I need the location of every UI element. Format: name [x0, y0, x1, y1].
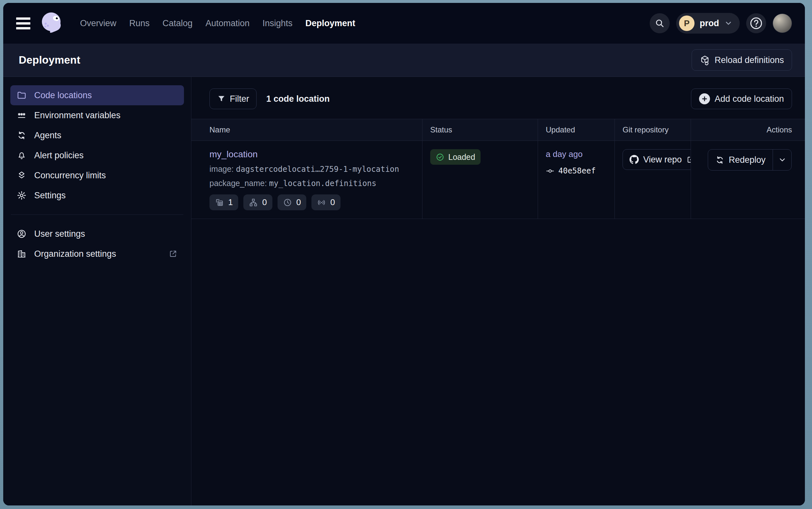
chevron-down-icon	[724, 19, 733, 28]
assets-count: 1	[228, 197, 233, 207]
sidebar-item-agents[interactable]: Agents	[10, 125, 184, 145]
search-icon	[655, 18, 665, 28]
building-icon	[17, 249, 27, 259]
sidebar-item-label: Alert policies	[34, 150, 83, 161]
sensors-count: 0	[330, 197, 335, 207]
updated-time-link[interactable]: a day ago	[546, 149, 583, 159]
deployment-name: prod	[700, 19, 719, 28]
image-label: image:	[210, 164, 234, 173]
reload-definitions-button[interactable]: Reload definitions	[692, 49, 792, 71]
jobs-icon	[249, 198, 258, 207]
page-title: Deployment	[19, 54, 80, 66]
nav-runs[interactable]: Runs	[130, 19, 150, 28]
image-line: image: dagstercodelocati…2759-1-mylocati…	[210, 164, 414, 174]
schedules-count-badge[interactable]: 0	[278, 195, 306, 210]
top-nav: Overview Runs Catalog Automation Insight…	[3, 3, 805, 44]
nav-insights[interactable]: Insights	[262, 19, 292, 28]
deployment-avatar: P	[679, 15, 695, 31]
search-button[interactable]	[650, 13, 670, 33]
image-value: dagstercodelocati…2759-1-mylocation	[236, 165, 399, 174]
assets-count-badge[interactable]: 1	[210, 195, 238, 210]
sidebar: Code locations Environment variables	[3, 77, 191, 505]
sidebar-item-label: Settings	[34, 191, 66, 201]
jobs-count-badge[interactable]: 0	[243, 195, 272, 210]
git-repository-cell: View repo	[615, 141, 691, 219]
user-avatar[interactable]	[773, 13, 792, 33]
sidebar-item-label: User settings	[34, 229, 85, 239]
jobs-count: 0	[262, 197, 267, 207]
sidebar-item-environment-variables[interactable]: Environment variables	[10, 105, 184, 125]
column-header-actions: Actions	[691, 119, 805, 140]
bell-icon	[17, 150, 27, 160]
package-line: package_name: my_location.definitions	[210, 179, 414, 188]
table-header-row: Name Status Updated Git repository Actio…	[191, 119, 805, 141]
layers-icon	[17, 171, 27, 180]
git-commit-icon	[546, 167, 554, 175]
updated-cell: a day ago 40e58eef	[538, 141, 615, 219]
sidebar-item-label: Environment variables	[34, 110, 120, 121]
sidebar-item-label: Organization settings	[34, 249, 116, 259]
nav-deployment[interactable]: Deployment	[305, 19, 355, 28]
commit-hash[interactable]: 40e58eef	[558, 166, 596, 175]
deployment-switcher[interactable]: P prod	[676, 13, 740, 34]
sidebar-divider	[11, 214, 183, 215]
user-circle-icon	[17, 229, 27, 239]
question-circle-icon	[749, 16, 763, 30]
reload-cube-icon	[700, 55, 710, 65]
column-header-git-repository: Git repository	[615, 119, 691, 140]
nav-overview[interactable]: Overview	[80, 19, 116, 28]
view-repo-button[interactable]: View repo	[623, 149, 691, 170]
sidebar-item-user-settings[interactable]: User settings	[10, 224, 184, 244]
sidebar-item-organization-settings[interactable]: Organization settings	[10, 244, 184, 264]
dagster-logo-icon[interactable]	[40, 11, 64, 35]
nav-automation[interactable]: Automation	[206, 19, 250, 28]
add-code-location-button[interactable]: Add code location	[691, 89, 792, 109]
code-location-count: 1 code location	[266, 94, 330, 104]
nav-catalog[interactable]: Catalog	[163, 19, 193, 28]
column-header-status: Status	[422, 119, 538, 140]
sidebar-item-alert-policies[interactable]: Alert policies	[10, 145, 184, 165]
gear-icon	[17, 191, 27, 200]
app-window: Overview Runs Catalog Automation Insight…	[3, 3, 805, 505]
column-header-name: Name	[191, 119, 422, 140]
assets-icon	[215, 198, 224, 207]
body: Code locations Environment variables	[3, 77, 805, 505]
refresh-icon	[17, 131, 27, 140]
sidebar-item-settings[interactable]: Settings	[10, 185, 184, 205]
primary-nav: Overview Runs Catalog Automation Insight…	[80, 19, 355, 28]
schedules-count: 0	[296, 197, 301, 207]
main-content: Filter 1 code location Add code location…	[191, 77, 805, 505]
chevron-down-icon	[778, 156, 786, 164]
reload-definitions-label: Reload definitions	[714, 55, 784, 65]
nav-right-cluster: P prod	[650, 13, 792, 34]
redeploy-refresh-icon	[715, 155, 725, 165]
view-repo-label: View repo	[643, 155, 682, 165]
env-vars-icon	[17, 110, 27, 120]
definition-counts: 1	[210, 195, 414, 210]
status-label: Loaded	[448, 152, 475, 162]
menu-icon[interactable]	[16, 16, 30, 30]
sidebar-item-label: Concurrency limits	[34, 171, 106, 180]
redeploy-more-button[interactable]	[773, 149, 791, 170]
sidebar-item-concurrency-limits[interactable]: Concurrency limits	[10, 165, 184, 185]
check-circle-icon	[436, 153, 444, 162]
schedules-clock-icon	[283, 198, 292, 207]
package-value: my_location.definitions	[269, 179, 376, 188]
github-icon	[629, 155, 639, 164]
help-button[interactable]	[746, 13, 766, 33]
actions-cell: Redeploy	[691, 141, 805, 219]
plus-circle-icon	[699, 93, 710, 104]
sidebar-item-code-locations[interactable]: Code locations	[10, 85, 184, 105]
status-cell: Loaded	[422, 141, 538, 219]
code-location-link[interactable]: my_location	[210, 149, 258, 160]
sidebar-item-label: Agents	[34, 131, 61, 140]
name-cell: my_location image: dagstercodelocati…275…	[191, 141, 422, 219]
redeploy-split-button: Redeploy	[708, 149, 792, 171]
commit-row: 40e58eef	[546, 166, 607, 175]
sensors-count-badge[interactable]: 0	[311, 195, 340, 210]
redeploy-button[interactable]: Redeploy	[708, 149, 773, 170]
sensors-signal-icon	[317, 198, 326, 207]
filter-button[interactable]: Filter	[210, 89, 257, 109]
package-label: package_name:	[210, 179, 267, 188]
external-link-icon	[169, 249, 178, 259]
